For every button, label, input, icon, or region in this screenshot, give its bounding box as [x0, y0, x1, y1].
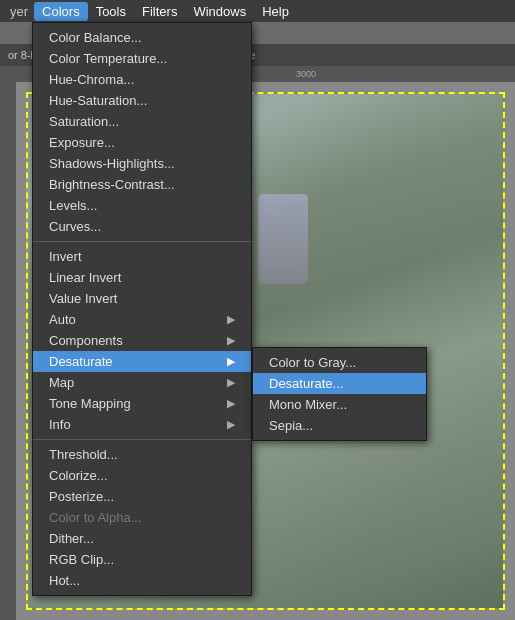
colors-dropdown-menu: Color Balance... Color Temperature... Hu… — [32, 22, 252, 596]
menu-item-value-invert[interactable]: Value Invert — [33, 288, 251, 309]
menu-item-map[interactable]: Map ▶ — [33, 372, 251, 393]
tone-mapping-arrow: ▶ — [227, 397, 235, 410]
menu-item-hue-saturation[interactable]: Hue-Saturation... — [33, 90, 251, 111]
menu-item-brightness-contrast[interactable]: Brightness-Contrast... — [33, 174, 251, 195]
separator-1 — [33, 241, 251, 242]
submenu-item-mono-mixer[interactable]: Mono Mixer... — [253, 394, 426, 415]
menu-item-shadows-highlights[interactable]: Shadows-Highlights... — [33, 153, 251, 174]
menu-item-hot[interactable]: Hot... — [33, 570, 251, 591]
menu-item-color-to-alpha: Color to Alpha... — [33, 507, 251, 528]
submenu-item-sepia[interactable]: Sepia... — [253, 415, 426, 436]
menu-item-saturation[interactable]: Saturation... — [33, 111, 251, 132]
map-arrow: ▶ — [227, 376, 235, 389]
menu-item-linear-invert[interactable]: Linear Invert — [33, 267, 251, 288]
menubar-colors[interactable]: Colors — [34, 2, 88, 21]
submenu-item-color-to-gray[interactable]: Color to Gray... — [253, 352, 426, 373]
separator-2 — [33, 439, 251, 440]
ruler-corner — [0, 66, 16, 82]
menu-item-exposure[interactable]: Exposure... — [33, 132, 251, 153]
menu-item-threshold[interactable]: Threshold... — [33, 444, 251, 465]
menu-item-posterize[interactable]: Posterize... — [33, 486, 251, 507]
ruler-vertical — [0, 66, 16, 620]
desaturate-arrow: ▶ — [227, 355, 235, 368]
menu-item-hue-chroma[interactable]: Hue-Chroma... — [33, 69, 251, 90]
menubar-filters[interactable]: Filters — [134, 2, 185, 21]
app-label: yer — [4, 2, 34, 21]
menu-item-auto[interactable]: Auto ▶ — [33, 309, 251, 330]
menubar-help[interactable]: Help — [254, 2, 297, 21]
menu-item-components[interactable]: Components ▶ — [33, 330, 251, 351]
menu-item-curves[interactable]: Curves... — [33, 216, 251, 237]
menu-item-info[interactable]: Info ▶ — [33, 414, 251, 435]
desaturate-submenu: Color to Gray... Desaturate... Mono Mixe… — [252, 347, 427, 441]
menu-item-desaturate[interactable]: Desaturate ▶ Color to Gray... Desaturate… — [33, 351, 251, 372]
menu-item-color-temperature[interactable]: Color Temperature... — [33, 48, 251, 69]
menubar-windows[interactable]: Windows — [185, 2, 254, 21]
auto-arrow: ▶ — [227, 313, 235, 326]
menu-item-levels[interactable]: Levels... — [33, 195, 251, 216]
menubar: yer Colors Tools Filters Windows Help — [0, 0, 515, 22]
menu-item-dither[interactable]: Dither... — [33, 528, 251, 549]
menu-item-colorize[interactable]: Colorize... — [33, 465, 251, 486]
menu-item-color-balance[interactable]: Color Balance... — [33, 27, 251, 48]
menu-item-invert[interactable]: Invert — [33, 246, 251, 267]
info-arrow: ▶ — [227, 418, 235, 431]
menubar-tools[interactable]: Tools — [88, 2, 134, 21]
submenu-item-desaturate[interactable]: Desaturate... — [253, 373, 426, 394]
menu-item-rgb-clip[interactable]: RGB Clip... — [33, 549, 251, 570]
ruler-mark-3000: 3000 — [296, 69, 336, 79]
components-arrow: ▶ — [227, 334, 235, 347]
menu-item-tone-mapping[interactable]: Tone Mapping ▶ — [33, 393, 251, 414]
